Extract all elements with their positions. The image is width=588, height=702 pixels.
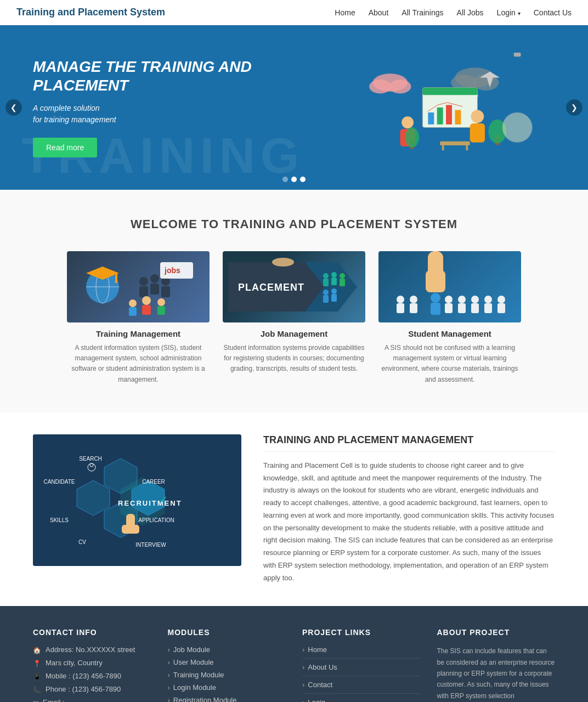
footer-contact-mobile: 📱 Mobile : (123) 456-7890 xyxy=(33,672,151,681)
info-section: RECRUITMENT SEARCH CANDIDATE CAREER SKIL… xyxy=(0,412,588,607)
hero-section: TRAINING ❮ MANAGE THE TRAINING AND PLACE… xyxy=(0,25,588,190)
svg-rect-13 xyxy=(437,107,443,124)
card-training-title: Training Management xyxy=(67,329,210,338)
svg-rect-54 xyxy=(331,278,337,285)
svg-point-53 xyxy=(331,272,337,278)
card-student-title: Student Management xyxy=(378,329,521,338)
svg-rect-33 xyxy=(115,273,117,283)
svg-rect-35 xyxy=(139,286,148,297)
footer-about-text: The SIS can include features that can be… xyxy=(437,646,556,702)
footer-address-text: Address: No.XXXXXX street xyxy=(46,646,135,654)
hero-dots xyxy=(282,177,306,182)
card-img-training: jobs xyxy=(67,251,210,322)
svg-rect-15 xyxy=(455,110,461,124)
svg-rect-77 xyxy=(484,303,492,313)
list-item: Training Module xyxy=(168,671,286,679)
svg-text:CAREER: CAREER xyxy=(142,479,165,485)
project-about-link[interactable]: About Us xyxy=(308,663,337,671)
nav-all-trainings[interactable]: All Trainings xyxy=(402,8,443,17)
svg-rect-58 xyxy=(323,295,329,303)
list-item: Login Module xyxy=(168,683,286,692)
hero-dot-1[interactable] xyxy=(282,177,288,182)
footer-contact-email: ✉ Email : xyxy=(33,698,151,702)
location-icon: 📍 xyxy=(33,660,41,667)
project-login-link[interactable]: Login xyxy=(308,698,325,702)
svg-text:jobs: jobs xyxy=(164,266,180,275)
footer-contact-col: CONTACT INFO 🏠 Address: No.XXXXXX street… xyxy=(33,628,151,702)
svg-point-21 xyxy=(405,127,419,147)
svg-rect-79 xyxy=(497,303,505,313)
list-item: User Module xyxy=(168,658,286,666)
svg-point-34 xyxy=(139,277,148,286)
svg-rect-52 xyxy=(323,279,329,286)
welcome-title: WELCOME TO TRAINING AND PLACEMENT SYSTEM xyxy=(33,217,555,231)
list-item: Home xyxy=(302,646,421,654)
card-student: Student Management A SIS should not be c… xyxy=(378,251,521,385)
info-title: TRAINING AND PLACEMENT MANAGEMENT xyxy=(263,434,555,452)
nav-all-jobs[interactable]: All Jobs xyxy=(457,8,484,17)
welcome-section: WELCOME TO TRAINING AND PLACEMENT SYSTEM xyxy=(0,190,588,412)
svg-text:SEARCH: SEARCH xyxy=(79,456,102,462)
info-content: TRAINING AND PLACEMENT MANAGEMENT Traini… xyxy=(263,434,555,585)
email-icon: ✉ xyxy=(33,699,38,702)
footer-phone-text: Phone : (123) 456-7890 xyxy=(46,685,121,693)
hero-prev-button[interactable]: ❮ xyxy=(5,99,22,116)
svg-rect-60 xyxy=(331,294,337,302)
svg-rect-67 xyxy=(397,303,404,313)
module-training-link[interactable]: Training Module xyxy=(173,671,224,679)
svg-rect-37 xyxy=(150,284,159,295)
nav-login[interactable]: Login ▾ xyxy=(497,8,521,17)
home-icon: 🏠 xyxy=(33,647,41,654)
card-job-title: Job Management xyxy=(223,329,365,338)
nav-about[interactable]: About xyxy=(369,8,389,17)
hero-subtitle: A complete solutionfor training manageme… xyxy=(33,103,268,126)
footer: CONTACT INFO 🏠 Address: No.XXXXXX street… xyxy=(0,606,588,702)
svg-rect-63 xyxy=(426,270,445,292)
footer-contact-city: 📍 Mars city, Country xyxy=(33,659,151,667)
project-home-link[interactable]: Home xyxy=(308,646,327,654)
svg-rect-24 xyxy=(440,141,470,145)
card-img-student xyxy=(378,251,521,322)
svg-text:APPLICATION: APPLICATION xyxy=(138,517,174,523)
nav-login-dropdown[interactable]: Login ▾ xyxy=(497,8,521,18)
svg-point-76 xyxy=(484,296,492,303)
card-student-text: A SIS should not be confused with a lear… xyxy=(378,343,521,385)
footer-about-title: ABOUT PROJECT xyxy=(437,628,556,637)
card-img-job: PLACEMENT xyxy=(223,251,365,322)
navbar-links: Home About All Trainings All Jobs Login … xyxy=(335,8,572,18)
svg-text:SKILLS: SKILLS xyxy=(50,517,69,523)
footer-contact-phone: 📞 Phone : (123) 456-7890 xyxy=(33,685,151,694)
hero-illustration xyxy=(304,53,555,162)
hero-dot-2[interactable] xyxy=(291,177,297,182)
svg-point-42 xyxy=(129,299,137,307)
svg-point-61 xyxy=(272,258,294,267)
hero-next-button[interactable]: ❯ xyxy=(566,99,583,116)
svg-rect-69 xyxy=(410,303,417,313)
svg-point-2 xyxy=(389,80,411,93)
svg-point-55 xyxy=(340,273,345,279)
navbar: Training and Placement System Home About… xyxy=(0,0,588,25)
footer-city-text: Mars city, Country xyxy=(46,659,103,667)
svg-rect-98 xyxy=(122,525,139,534)
module-login-link[interactable]: Login Module xyxy=(173,683,216,692)
nav-home[interactable]: Home xyxy=(335,8,355,17)
navbar-brand[interactable]: Training and Placement System xyxy=(16,7,165,18)
read-more-button[interactable]: Read more xyxy=(33,138,97,157)
module-user-link[interactable]: User Module xyxy=(173,658,214,666)
svg-rect-14 xyxy=(446,105,452,124)
dropdown-arrow-icon: ▾ xyxy=(518,10,521,16)
nav-contact-us[interactable]: Contact Us xyxy=(534,8,572,17)
svg-point-74 xyxy=(471,296,479,303)
module-job-link[interactable]: Job Module xyxy=(173,646,210,654)
list-item: Job Module xyxy=(168,646,286,654)
svg-point-66 xyxy=(397,296,404,303)
hero-dot-3[interactable] xyxy=(300,177,306,182)
module-registration-link[interactable]: Registration Module xyxy=(173,696,237,702)
card-training: jobs Training Management A student infor… xyxy=(67,251,210,385)
list-item: Login xyxy=(302,698,421,702)
card-job-text: Student information systems provide capa… xyxy=(223,343,365,375)
svg-point-44 xyxy=(142,296,151,305)
project-contact-link[interactable]: Contact xyxy=(308,681,332,689)
phone-icon: 📞 xyxy=(33,686,41,694)
footer-project-links-list: Home About Us Contact Login Email Us xyxy=(302,646,421,702)
